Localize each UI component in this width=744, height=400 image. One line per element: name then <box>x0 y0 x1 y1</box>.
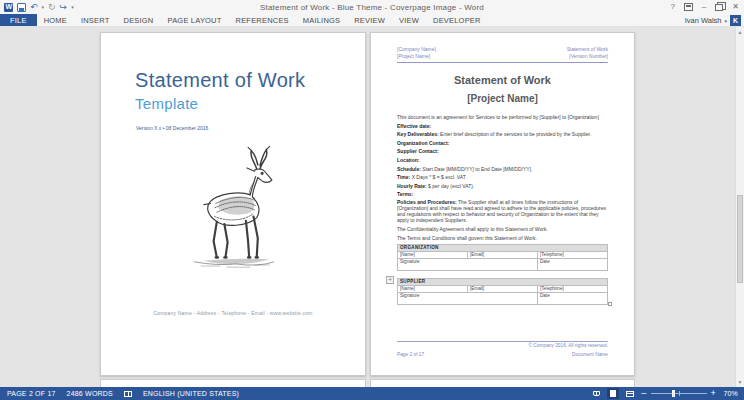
scrollbar-thumb[interactable] <box>737 195 743 283</box>
scroll-down-icon[interactable]: ▼ <box>736 379 744 385</box>
vertical-scrollbar[interactable]: ▲ ▼ <box>735 27 744 387</box>
footer-rule <box>397 341 608 342</box>
cover-title: Statement of Work <box>135 69 305 92</box>
field-label: Terms: <box>397 191 413 197</box>
date-cell[interactable]: Date <box>538 258 608 270</box>
confidentiality-line: The Confidentiality Agreement shall appl… <box>397 226 608 232</box>
account-area[interactable]: Ivan Walsh ▾ K <box>685 14 741 27</box>
header-doc-title: Statement of Work <box>567 46 608 53</box>
tab-references[interactable]: REFERENCES <box>229 14 296 26</box>
field-label: Hourly Rate: <box>397 183 427 189</box>
tab-design[interactable]: DESIGN <box>117 14 161 26</box>
word-application-window: ↶ ▾ ↻ ↪ ▾ Statement of Work - Blue Theme… <box>0 0 744 400</box>
field-label: Location: <box>397 157 420 163</box>
cover-subtitle: Template <box>135 95 198 112</box>
header-project: [Project Name] <box>397 53 436 60</box>
date-cell[interactable]: Date <box>538 292 608 304</box>
header-company: [Company Name] <box>397 46 436 53</box>
tab-mailings[interactable]: MAILINGS <box>296 14 347 26</box>
zoom-in-button[interactable]: + <box>711 389 716 398</box>
tab-view[interactable]: VIEW <box>392 14 426 26</box>
name-cell[interactable]: [Name] <box>398 285 468 292</box>
tab-home[interactable]: HOME <box>37 14 74 26</box>
supplier-signature-table[interactable]: SUPPLIER [Name] [Email] [Telephone] Sign… <box>397 278 608 305</box>
language-indicator[interactable]: ENGLISH (UNITED STATES) <box>143 390 239 397</box>
name-cell[interactable]: [Name] <box>398 251 468 258</box>
field-key-deliverables: Key Deliverables: Enter brief descriptio… <box>397 131 608 137</box>
telephone-cell[interactable]: [Telephone] <box>538 251 608 258</box>
field-effective-date: Effective date: <box>397 123 608 129</box>
word-count[interactable]: 2486 WORDS <box>67 390 113 397</box>
field-text: $ per day (excl VAT). <box>427 183 475 189</box>
document-content: [Company Name] [Project Name] Statement … <box>371 33 634 375</box>
table-move-handle-icon[interactable]: + <box>386 276 394 284</box>
restore-window-button[interactable] <box>715 4 723 11</box>
footer-copyright: © Company 2016. All rights reserved. <box>397 343 608 348</box>
minimize-button[interactable]: – <box>702 2 706 12</box>
field-terms: Terms: <box>397 191 608 197</box>
antelope-engraving-image <box>179 141 287 283</box>
cover-page[interactable]: Statement of Work Template Version X.x •… <box>100 32 366 376</box>
signature-cell[interactable]: Signature <box>398 292 538 304</box>
read-mode-icon <box>593 391 600 396</box>
document-heading: Statement of Work <box>397 74 608 86</box>
field-label: Supplier Contact: <box>397 148 439 154</box>
next-page-partial <box>370 379 635 387</box>
field-label: Time: <box>397 174 410 180</box>
proofing-status-icon[interactable] <box>124 391 132 397</box>
cover-version-line: Version X.x • 08 December 2016 <box>136 125 208 131</box>
zoom-level[interactable]: 70% <box>720 390 738 397</box>
tab-developer[interactable]: DEVELOPER <box>426 14 488 26</box>
undo-button[interactable]: ↶ <box>30 3 38 12</box>
ribbon-display-options-button[interactable] <box>684 3 693 11</box>
user-dropdown-icon[interactable]: ▾ <box>724 18 727 24</box>
email-cell[interactable]: [Email] <box>468 251 538 258</box>
print-layout-icon <box>610 390 616 397</box>
tab-file[interactable]: FILE <box>0 14 37 26</box>
save-button[interactable] <box>17 3 26 12</box>
zoom-out-button[interactable]: – <box>641 389 646 398</box>
header-version: [Version Number] <box>567 53 608 60</box>
table-resize-handle[interactable] <box>608 302 612 306</box>
field-hourly-rate: Hourly Rate: $ per day (excl VAT). <box>397 183 608 189</box>
redo-button[interactable]: ↻ <box>48 3 56 12</box>
customize-qat-button[interactable]: ▾ <box>71 4 74 10</box>
zoom-slider[interactable] <box>651 389 707 398</box>
zoom-slider-thumb[interactable] <box>672 390 675 397</box>
telephone-cell[interactable]: [Telephone] <box>538 285 608 292</box>
field-time: Time: X Days * $ = $ excl. VAT <box>397 174 608 180</box>
policies-paragraph: Policies and Procedures: The Supplier sh… <box>397 200 608 224</box>
undo-dropdown-icon[interactable]: ▾ <box>42 4 45 10</box>
next-page-partial <box>100 379 366 387</box>
document-canvas: Statement of Work Template Version X.x •… <box>0 27 744 387</box>
help-button[interactable]: ? <box>670 2 674 12</box>
quick-access-toolbar: ↶ ▾ ↻ ↪ ▾ <box>0 3 74 12</box>
organization-signature-table[interactable]: ORGANIZATION [Name] [Email] [Telephone] … <box>397 244 608 271</box>
read-mode-button[interactable] <box>590 388 602 399</box>
close-button[interactable]: ✕ <box>732 2 739 12</box>
tab-review[interactable]: REVIEW <box>347 14 392 26</box>
field-location: Location: <box>397 157 608 163</box>
tab-page-layout[interactable]: PAGE LAYOUT <box>161 14 229 26</box>
field-label: Key Deliverables: <box>397 131 439 137</box>
scroll-up-icon[interactable]: ▲ <box>736 29 744 35</box>
web-layout-button[interactable] <box>624 388 636 399</box>
tab-insert[interactable]: INSERT <box>74 14 117 26</box>
page-indicator[interactable]: PAGE 2 OF 17 <box>7 390 56 397</box>
document-subheading: [Project Name] <box>397 93 608 104</box>
terms-conditions-line: The Terms and Conditions shall govern th… <box>397 235 608 241</box>
print-layout-button[interactable] <box>607 388 619 399</box>
window-controls: ? – ✕ <box>670 0 742 14</box>
zoom-control: – + 70% <box>641 389 738 398</box>
document-page[interactable]: [Company Name] [Project Name] Statement … <box>370 32 635 376</box>
cover-footer-line: Company Name - Address - Telephone - Ema… <box>101 310 365 316</box>
user-avatar[interactable]: K <box>730 15 741 26</box>
field-organization-contact: Organization Contact: <box>397 140 608 146</box>
signature-cell[interactable]: Signature <box>398 258 538 270</box>
page-footer: © Company 2016. All rights reserved. Pag… <box>397 341 608 357</box>
intro-paragraph: This document is an agreement for Servic… <box>397 114 608 120</box>
repeat-button[interactable]: ↪ <box>60 3 68 12</box>
email-cell[interactable]: [Email] <box>468 285 538 292</box>
page-header: [Company Name] [Project Name] Statement … <box>397 46 608 63</box>
table-title: SUPPLIER <box>398 278 608 285</box>
